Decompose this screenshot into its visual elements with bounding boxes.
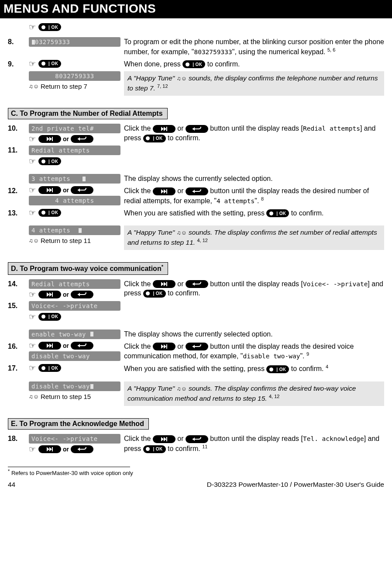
pointer-icon: ☞ (29, 312, 36, 321)
back-button (186, 280, 208, 288)
return-line: ♫☺ Return to step 15 (29, 393, 120, 400)
forward-button (38, 186, 61, 194)
step-number: 14. (8, 279, 25, 288)
forward-button (153, 125, 175, 133)
result-box: A "Happy Tune" ♫☺ sounds. The display co… (124, 225, 384, 250)
step-number: 17. (8, 364, 25, 372)
footnote: * Refers to PowerMaster-30 with voice op… (8, 468, 384, 476)
forward-button (153, 187, 175, 195)
ok-button: | OK (266, 365, 289, 373)
lcd-display: 4 attempts (29, 196, 120, 205)
forward-button (153, 435, 175, 443)
ok-button: | OK (38, 313, 61, 321)
ok-button: | OK (38, 157, 61, 165)
ok-button: | OK (143, 290, 166, 298)
tune-icon: ♫☺ (29, 237, 39, 244)
or-label: or (63, 342, 69, 349)
forward-button (38, 135, 61, 143)
back-button (71, 291, 93, 298)
section-heading: E. To Program the Acknowledge Method (8, 418, 149, 430)
step-number: 10. (8, 124, 25, 132)
pointer-icon: ☞ (29, 364, 36, 372)
back-button (71, 186, 93, 194)
forward-button (153, 280, 175, 288)
page-number: 44 (8, 481, 15, 489)
ok-button: | OK (38, 60, 61, 68)
lcd-display: 4 attempts (29, 225, 120, 235)
pointer-icon: ☞ (29, 445, 36, 453)
instruction-text: The display shows the currently selected… (124, 329, 384, 339)
forward-button (153, 343, 175, 350)
tune-icon: ♫☺ (177, 229, 187, 236)
or-label: or (63, 291, 69, 298)
ok-button: | OK (143, 445, 166, 453)
back-button (186, 343, 208, 350)
step-number: 9. (8, 59, 25, 68)
or-label: or (63, 135, 69, 142)
footnote-rule (8, 467, 130, 467)
instruction-text: The display shows the currently selected… (124, 174, 384, 184)
step-number: 13. (8, 208, 25, 217)
pointer-icon: ☞ (29, 135, 36, 143)
lcd-display: 2nd private tel# (29, 124, 120, 133)
ok-button: | OK (38, 209, 61, 217)
step-number: 16. (8, 342, 25, 350)
instruction-text: To program or edit the phone number, at … (124, 37, 384, 57)
page-title: MENUS AND FUNCTIONS (0, 0, 392, 18)
or-label: or (63, 187, 69, 194)
instruction-text: When done, press | OK to confirm. (124, 59, 384, 69)
instruction-text: When you are satisfied with the setting,… (124, 364, 384, 374)
lcd-display: disable two-way (29, 351, 120, 361)
lcd-display: Redial attempts (29, 146, 120, 155)
lcd-display: disable two-way (29, 381, 120, 391)
back-button (186, 435, 208, 443)
pointer-icon: ☞ (29, 186, 36, 194)
lcd-display: 032759333 (29, 37, 120, 47)
forward-button (38, 291, 61, 298)
ok-button: | OK (143, 135, 166, 142)
lcd-display: Redial attempts (29, 279, 120, 289)
tune-icon: ♫☺ (29, 83, 39, 90)
step-number: 18. (8, 434, 25, 443)
tune-icon: ♫☺ (177, 75, 187, 82)
tune-icon: ♫☺ (177, 385, 187, 392)
back-button (186, 187, 208, 195)
pointer-icon: ☞ (29, 291, 36, 298)
instruction-text: Click the or button until the display re… (124, 279, 384, 298)
step-number: 12. (8, 186, 25, 195)
forward-button (38, 445, 61, 453)
pointer-icon: ☞ (29, 342, 36, 350)
result-box: A "Happy Tune" ♫☺ sounds. The display co… (124, 381, 384, 406)
back-button (71, 135, 93, 143)
lcd-display: enable two-way (29, 329, 120, 339)
back-button (71, 445, 93, 453)
lcd-display: Voice<- ->private (29, 301, 120, 311)
forward-button (38, 342, 61, 350)
tune-icon: ♫☺ (29, 393, 39, 400)
return-line: ♫☺ Return to step 11 (29, 237, 120, 244)
pointer-icon: ☞ (29, 157, 36, 166)
step-number: 11. (8, 146, 25, 154)
instruction-text: When you are satisfied with the setting,… (124, 208, 384, 218)
lcd-display: 3 attempts (29, 174, 120, 184)
instruction-text: Click the or button until the display re… (124, 124, 384, 142)
result-box: A "Happy Tune" ♫☺ sounds, the display co… (124, 71, 384, 96)
ok-button: | OK (266, 209, 289, 217)
step-number: 15. (8, 301, 25, 310)
lcd-display: Voice<- ->private (29, 434, 120, 444)
ok-button: | OK (182, 60, 205, 68)
instruction-text: Click the or button until the display re… (124, 434, 384, 454)
or-label: or (63, 446, 69, 453)
ok-button: | OK (38, 23, 61, 31)
ok-button: | OK (38, 364, 61, 372)
section-heading: D. To Program two-way voice communicatio… (8, 262, 168, 274)
lcd-display: 8032759333 (29, 71, 120, 81)
pointer-icon: ☞ (29, 208, 36, 217)
step-number: 8. (8, 37, 25, 46)
back-button (186, 125, 208, 133)
pointer-icon: ☞ (29, 23, 36, 31)
instruction-text: Click the or button until the display re… (124, 186, 384, 206)
instruction-text: Click the or button until the display re… (124, 342, 384, 361)
pointer-icon: ☞ (29, 59, 36, 68)
back-button (71, 342, 93, 350)
